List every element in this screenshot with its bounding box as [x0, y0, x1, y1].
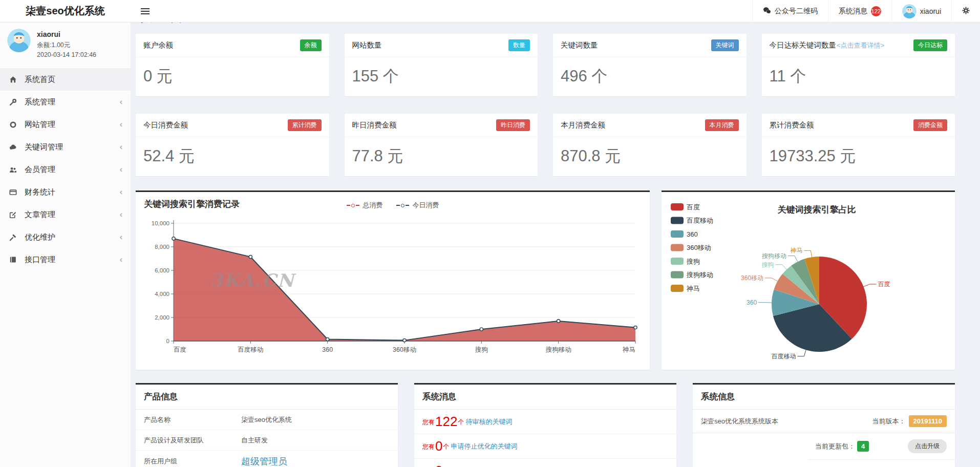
username-label: xiaorui [920, 7, 941, 15]
stat-card-badge: 余额 [300, 39, 322, 51]
product-row-value[interactable]: 超级管理员 [241, 455, 287, 467]
stat-card-detail-link[interactable]: <点击查看详情> [837, 41, 884, 50]
stat-card-label: 网站数量 [352, 40, 382, 50]
sidebar-item-接口管理[interactable]: 接口管理‹ [0, 248, 131, 271]
watermark: 3KA.CN [210, 270, 295, 291]
stat-cards-grid: 账户余额余额0 元网站数量数量155 个关键词数量关键词496 个今日达标关键词… [136, 34, 955, 176]
stat-card-value: 870.8 元 [553, 137, 747, 176]
svg-text:360移动: 360移动 [687, 244, 711, 251]
upgrade-button[interactable]: 点击升级 [908, 439, 947, 453]
svg-text:百度移动: 百度移动 [238, 346, 263, 353]
engine-pie-panel: 关键词搜索引擎占比百度百度移动360360移动搜狗搜狗移动神马百度百度移动360… [662, 190, 955, 370]
panel-title: 系统信息 [693, 385, 955, 410]
main-content: 系统首页 系统首页 账户余额余额0 元网站数量数量155 个关键词数量关键词49… [131, 0, 980, 467]
pie-legend-item-搜狗[interactable]: 搜狗 [671, 258, 700, 265]
pie-legend-item-百度[interactable]: 百度 [671, 203, 700, 211]
stat-card-label: 关键词数量 [561, 40, 598, 50]
svg-text:10,000: 10,000 [152, 220, 169, 226]
user-menu-item[interactable]: xiaorui [891, 0, 951, 22]
system-messages-menu-item[interactable]: 系统消息 122 [828, 0, 891, 22]
pie-label-360移动: 360移动 [741, 274, 763, 282]
stat-card-账户余额: 账户余额余额0 元 [136, 34, 329, 96]
version-badge: 20191110 [909, 415, 947, 427]
pie-label-神马: 神马 [790, 247, 802, 254]
stat-card-累计消费金额: 累计消费金额消费金额19733.25 元 [762, 114, 955, 176]
svg-text:神马: 神马 [622, 346, 635, 353]
gear-icon [962, 7, 970, 16]
svg-text:搜狗移动: 搜狗移动 [686, 271, 713, 279]
messages-count-badge: 122 [871, 6, 881, 16]
users-icon [9, 166, 18, 174]
sidebar-item-label: 关键词管理 [25, 142, 63, 152]
sidebar-item-label: 文章管理 [25, 210, 55, 220]
pie-legend-item-搜狗移动[interactable]: 搜狗移动 [671, 271, 713, 279]
sidebar-item-label: 财务统计 [25, 187, 55, 197]
svg-text:2,000: 2,000 [155, 314, 169, 321]
avatar[interactable] [7, 29, 31, 52]
chevron-left-icon: ‹ [120, 256, 122, 264]
sidebar-item-label: 网站管理 [25, 120, 55, 130]
legend-item-今日消费[interactable]: 今日消费 [396, 201, 439, 210]
chevron-left-icon: ‹ [120, 233, 122, 241]
pie-label-搜狗移动: 搜狗移动 [762, 252, 786, 260]
settings-menu-item[interactable] [951, 0, 980, 22]
sidebar-item-网站管理[interactable]: 网站管理‹ [0, 113, 131, 136]
svg-text:360: 360 [322, 346, 333, 353]
sidebar-item-label: 系统管理 [25, 97, 55, 107]
gavel-icon [9, 234, 18, 241]
system-messages-panel: 系统消息 您有122个待审核的关键词您有0个申请停止优化的关键词您有0个 [414, 383, 676, 467]
sidebar-item-系统首页[interactable]: 系统首页 [0, 68, 131, 91]
svg-text:百度: 百度 [687, 203, 700, 211]
cloud-icon [9, 143, 18, 151]
sidebar-item-文章管理[interactable]: 文章管理‹ [0, 203, 131, 226]
chevron-left-icon: ‹ [120, 165, 122, 174]
product-row-产品名称: 产品名称柒壹seo优化系统 [136, 410, 398, 430]
svg-text:0: 0 [166, 338, 169, 344]
product-row-产品设计及研发团队: 产品设计及研发团队自主研发 [136, 430, 398, 451]
sidebar-toggle-button[interactable] [131, 0, 159, 22]
stat-card-value: 52.4 元 [136, 137, 329, 176]
stat-card-badge: 消费金额 [913, 119, 947, 131]
svg-text:搜狗: 搜狗 [686, 258, 700, 265]
sidebar-item-优化维护[interactable]: 优化维护‹ [0, 226, 131, 248]
svg-text:8,000: 8,000 [155, 244, 169, 250]
message-count: 122 [435, 415, 458, 428]
stat-card-label: 累计消费金额 [770, 120, 814, 130]
stat-card-label: 今日达标关键词数量 [770, 40, 837, 50]
chevron-left-icon: ‹ [120, 143, 122, 151]
messages-label: 系统消息 [839, 7, 867, 16]
pie-legend-item-360移动[interactable]: 360移动 [671, 244, 711, 251]
edit-icon [9, 211, 18, 219]
update-count-badge: 4 [857, 441, 869, 452]
stat-card-badge: 关键词 [711, 39, 739, 51]
system-info-panel: 系统信息 柒壹seo优化系统系统版本 当前版本： 20191110 当前更新包：… [693, 383, 955, 467]
svg-text:百度移动: 百度移动 [687, 217, 713, 224]
sidebar-item-系统管理[interactable]: 系统管理‹ [0, 91, 131, 113]
sidebar-item-label: 会员管理 [25, 165, 55, 175]
wechat-icon [763, 6, 771, 16]
svg-text:神马: 神马 [686, 285, 700, 292]
legend-item-总消费[interactable]: 总消费 [347, 201, 383, 210]
svg-text:百度: 百度 [174, 346, 186, 353]
user-panel: xiaorui 余额:1.00元 2020-03-14 17:02:46 [0, 23, 131, 68]
svg-text:360: 360 [687, 230, 698, 238]
product-row-label: 产品名称 [144, 415, 241, 424]
sidebar-item-label: 系统首页 [25, 75, 55, 84]
stat-card-今日达标关键词数量: 今日达标关键词数量<点击查看详情>今日达标11 个 [762, 34, 955, 96]
qrcode-menu-item[interactable]: 公众号二维码 [752, 0, 828, 22]
pie-legend-item-360[interactable]: 360 [671, 230, 698, 238]
card-icon [9, 188, 18, 196]
pie-legend-item-神马[interactable]: 神马 [671, 285, 700, 292]
stat-card-昨日消费金额: 昨日消费金额昨日消费77.8 元 [345, 114, 538, 176]
message-link[interactable]: 待审核的关键词 [465, 417, 512, 428]
pie-legend-item-百度移动[interactable]: 百度移动 [671, 217, 713, 224]
user-datetime: 2020-03-14 17:02:46 [37, 50, 96, 60]
message-link[interactable]: 申请停止优化的关键词 [451, 442, 517, 453]
product-row-label: 所在用户组 [144, 457, 241, 466]
sidebar-item-会员管理[interactable]: 会员管理‹ [0, 158, 131, 181]
svg-text:搜狗: 搜狗 [475, 346, 488, 353]
pie-label-百度: 百度 [878, 281, 890, 288]
version-label: 柒壹seo优化系统系统版本 [701, 417, 778, 426]
sidebar-item-关键词管理[interactable]: 关键词管理‹ [0, 136, 131, 158]
sidebar-item-财务统计[interactable]: 财务统计‹ [0, 181, 131, 203]
